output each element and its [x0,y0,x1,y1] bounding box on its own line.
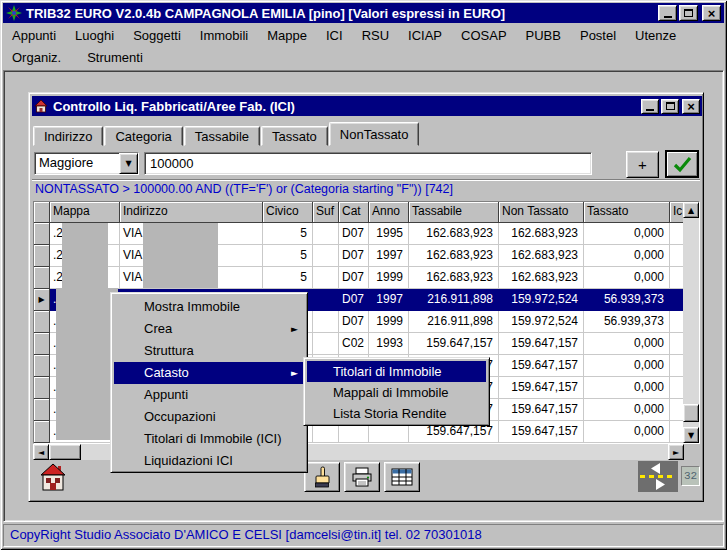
table-view-button[interactable] [384,462,420,492]
menu-item-luoghi[interactable]: Luoghi [75,28,114,43]
cell-suf [313,223,339,245]
cell-suf [313,311,339,333]
menu-item-pubb[interactable]: PUBB [526,28,561,43]
filter-value-input[interactable] [144,152,592,175]
cell-anno: 1997 [369,245,409,267]
cell-non_tassato: 162.683,923 [499,267,584,289]
select-record-button[interactable] [304,462,340,492]
maximize-button[interactable] [679,5,698,21]
row-header-cell [34,421,50,443]
close-button[interactable]: × [702,5,721,21]
context-menu-item-titolari-di-immobile-ici[interactable]: Titolari di Immobile (ICI) [114,428,304,450]
context-menu-item-crea[interactable]: Crea► [114,318,304,340]
cell-suf [313,289,339,311]
cell-tassato: 0,000 [584,267,670,289]
cell-tassato: 0,000 [584,333,670,355]
chevron-down-icon[interactable]: ▼ [119,153,138,174]
column-header-civico[interactable]: Civico [263,202,313,223]
menu-item-ici[interactable]: ICI [326,28,343,43]
menu-item-utenze[interactable]: Utenze [635,28,676,43]
context-menu-item-catasto[interactable]: Catasto► [114,362,304,384]
child-minimize-button[interactable] [641,99,659,114]
column-header-cat[interactable]: Cat [339,202,369,223]
context-menu-item-mostra-immobile[interactable]: Mostra Immobile [114,296,304,318]
column-header-tassato[interactable]: Tassato [584,202,670,223]
cell-tassato: 0,000 [584,355,670,377]
menu-item-mappe[interactable]: Mappe [267,28,307,43]
submenu-item-lista-storia-rendite[interactable]: Lista Storia Rendite [307,403,486,424]
filter-operator-combobox[interactable]: Maggiore ▼ [34,152,139,175]
redaction-box [62,223,108,288]
redaction-box [56,288,118,440]
context-menu-item-appunti[interactable]: Appunti [114,384,304,406]
scroll-up-icon[interactable]: ▲ [683,202,699,218]
main-titlebar: TRIB32 EURO V2.0.4b CAMPAGNOLA EMILIA [p… [3,3,724,23]
add-filter-button[interactable]: + [626,151,659,178]
redaction-box [143,223,218,288]
scroll-right-icon[interactable]: ► [668,444,684,460]
column-header-suf[interactable]: Suf [313,202,339,223]
menu-item-immobili[interactable]: Immobili [200,28,248,43]
tab-tassato[interactable]: Tassato [261,126,328,146]
child-close-button[interactable]: × [682,99,700,114]
row-header-cell [34,399,50,421]
cell-non_tassato: 159.647,157 [499,377,584,399]
column-header-indirizzo[interactable]: Indirizzo [120,202,263,223]
cell-civico: 5 [263,223,313,245]
submenu-item-mappali-di-immobile[interactable]: Mappali di Immobile [307,382,486,403]
horizontal-scroll-thumb[interactable] [49,444,81,460]
vertical-scrollbar[interactable]: ▲ ▼ [683,202,699,443]
cell-anno: 1999 [369,311,409,333]
menu-item-appunti[interactable]: Appunti [12,28,56,43]
house-icon [34,99,48,113]
context-menu-item-occupazioni[interactable]: Occupazioni [114,406,304,428]
home-icon[interactable] [40,463,66,492]
menu-item-cosap[interactable]: COSAP [461,28,507,43]
table-row[interactable]: .2VIA F5D071995162.683,923162.683,9230,0… [34,223,699,245]
table-row[interactable]: .2VIA F5D071999162.683,923162.683,9230,0… [34,267,699,289]
menu-item-rsu[interactable]: RSU [362,28,389,43]
tab-indirizzo[interactable]: Indirizzo [33,126,103,146]
cell-tassabile: 162.683,923 [409,245,499,267]
scroll-down-icon[interactable]: ▼ [683,427,699,443]
menu-bar-row-2: Organiz.Strumenti [3,47,143,67]
column-header-mappa[interactable]: Mappa [50,202,120,223]
column-header-non-tassato[interactable]: Non Tassato [499,202,584,223]
record-count-badge: 32 [681,466,700,486]
cell-non_tassato: 162.683,923 [499,245,584,267]
apply-filter-button[interactable] [665,150,699,178]
tab-tassabile[interactable]: Tassabile [184,126,260,146]
cell-cat: D07 [339,223,369,245]
query-filter-text: NONTASSATO > 100000.00 AND ((TF='F') or … [32,181,700,198]
cell-tassato: 56.939,373 [584,311,670,333]
cell-cat: C02 [339,333,369,355]
context-menu-item-liquidazioni-ici[interactable]: Liquidazioni ICI [114,450,304,472]
column-header-tassabile[interactable]: Tassabile [409,202,499,223]
tab-nontassato[interactable]: NonTassato [329,122,420,146]
cell-tassato: 0,000 [584,377,670,399]
column-header-anno[interactable]: Anno [369,202,409,223]
cell-tassato: 0,000 [584,223,670,245]
cell-suf [313,333,339,355]
print-button[interactable] [344,462,380,492]
child-maximize-button[interactable] [661,99,679,114]
cell-anno: 1995 [369,223,409,245]
cell-anno: 1993 [369,333,409,355]
table-row[interactable]: .2VIA F5D071997162.683,923162.683,9230,0… [34,245,699,267]
tab-categoria[interactable]: Categoria [104,126,182,146]
menu-item-organiz[interactable]: Organiz. [12,50,61,65]
scroll-left-icon[interactable]: ◄ [33,444,49,460]
submenu-arrow-icon: ► [291,318,298,340]
row-header-cell [34,245,50,267]
menu-item-strumenti[interactable]: Strumenti [87,50,143,65]
menu-item-postel[interactable]: Postel [580,28,616,43]
cell-cat: D07 [339,289,369,311]
record-nav-arrows-icon[interactable] [638,461,678,492]
submenu-item-titolari-di-immobile[interactable]: Titolari di Immobile [307,361,486,382]
cell-tassabile: 159.647,157 [409,333,499,355]
vertical-scroll-thumb[interactable] [683,404,699,422]
context-menu-item-struttura[interactable]: Struttura [114,340,304,362]
minimize-button[interactable] [658,5,677,21]
menu-item-soggetti[interactable]: Soggetti [133,28,181,43]
menu-item-iciap[interactable]: ICIAP [408,28,442,43]
